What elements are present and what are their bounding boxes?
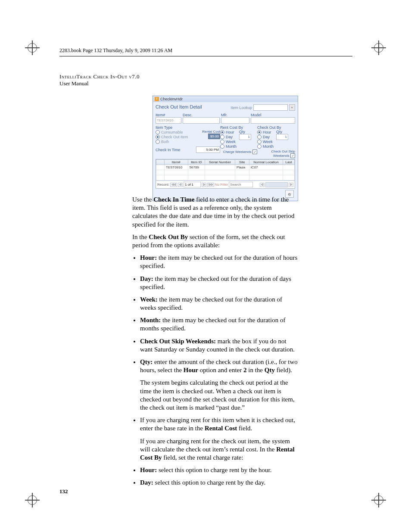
radio-consumable[interactable]: Consumable — [156, 130, 190, 134]
reg-mark — [28, 495, 37, 505]
item-type-title: Item Type — [156, 125, 220, 130]
document-body: Use the Check In Time field to enter a c… — [132, 196, 299, 491]
header-rule — [59, 56, 352, 56]
app-icon: T — [155, 97, 159, 101]
no-filter-label: No Filter — [215, 183, 228, 187]
item-no-field[interactable]: TEST0910 — [156, 117, 181, 124]
page-number: 132 — [59, 488, 68, 495]
col-last[interactable]: Last — [283, 160, 295, 165]
book-meta: 2283.book Page 132 Thursday, July 9, 200… — [59, 47, 172, 54]
radio-co-hour[interactable]: Hour — [257, 130, 274, 134]
table-row[interactable]: TEST0910 56789 Plaza IC07 — [156, 165, 295, 170]
reg-mark — [374, 495, 383, 505]
col-site[interactable]: Site — [235, 160, 249, 165]
col-location[interactable]: Normal Location — [249, 160, 283, 165]
items-grid[interactable]: Item# Item ID Serial Number Site Normal … — [156, 159, 295, 189]
reg-mark — [374, 43, 383, 53]
check-out-detail-form: T CheckInvHdr Check Out Item Detail Item… — [153, 96, 298, 201]
grid-search[interactable] — [229, 182, 253, 187]
check-in-time-field[interactable]: 5:00 PM — [196, 146, 220, 153]
record-position[interactable] — [184, 182, 201, 187]
radio-co-week[interactable]: Week — [257, 140, 274, 144]
product-name: IntelliTrack Check In-Out v7.0 — [59, 73, 140, 80]
scroll-left[interactable]: ᐊ — [260, 183, 265, 187]
doc-header: IntelliTrack Check In-Out v7.0 User Manu… — [59, 73, 140, 87]
charge-weekends-checkbox[interactable]: ✓ — [252, 149, 257, 154]
radio-rent-month[interactable]: Month — [220, 144, 237, 149]
nav-first[interactable]: ᐊᐊ — [170, 183, 177, 187]
check-in-time-label: Check In Time — [156, 148, 181, 152]
item-lookup-input[interactable] — [253, 104, 288, 111]
rent-qty-field[interactable]: 1 — [239, 134, 251, 140]
model-field[interactable] — [251, 117, 295, 124]
window-titlebar[interactable]: T CheckInvHdr — [153, 96, 298, 102]
nav-next[interactable]: ᐅ — [202, 183, 206, 187]
radio-both[interactable]: Both — [156, 140, 190, 144]
check-out-by-title: Check Out By — [257, 125, 295, 130]
model-label: Model — [251, 113, 295, 117]
nav-prev[interactable]: ᐊ — [178, 183, 183, 187]
radio-co-day[interactable]: Day — [257, 135, 274, 139]
item-lookup-label: Item Lookup — [230, 106, 252, 110]
rent-qty-label: Qty — [239, 130, 251, 134]
reg-mark — [28, 43, 37, 53]
co-qty-field[interactable]: 1 — [276, 134, 288, 140]
mfr-label: Mfr. — [221, 113, 249, 117]
nav-last[interactable]: ᐅᐅ — [207, 183, 214, 187]
col-item[interactable]: Item# — [165, 160, 188, 165]
rental-cost-field[interactable]: $5.00 — [208, 134, 220, 139]
form-title: Check Out Item Detail — [156, 104, 202, 111]
desc-field[interactable] — [183, 117, 220, 124]
rental-cost-label: Rental Cost — [190, 130, 220, 134]
skip-weekends-checkbox[interactable]: ✓ — [290, 153, 295, 158]
radio-rent-hour[interactable]: Hour — [220, 130, 237, 134]
radio-rent-week[interactable]: Week — [220, 140, 237, 144]
doc-type: User Manual — [59, 80, 89, 87]
radio-rent-day[interactable]: Day — [220, 135, 237, 139]
col-itemid[interactable]: Item ID — [188, 160, 205, 165]
radio-check-out-item[interactable]: Check Out Item — [156, 135, 190, 139]
mfr-field[interactable] — [221, 117, 249, 124]
window-title: CheckInvHdr — [160, 97, 183, 101]
item-no-label: Item# — [156, 113, 181, 117]
record-label: Record: — [157, 183, 169, 187]
item-lookup-dropdown[interactable]: ▾ — [289, 104, 295, 111]
radio-co-month[interactable]: Month — [257, 144, 274, 149]
rent-cost-by-title: Rent Cost By — [220, 125, 257, 130]
scroll-right[interactable]: ᐅ — [289, 183, 293, 187]
col-serial[interactable]: Serial Number — [205, 160, 235, 165]
charge-weekends-label: Charge Weekends — [223, 150, 252, 154]
desc-label: Desc. — [183, 113, 220, 117]
co-qty-label: Qty — [276, 130, 288, 134]
